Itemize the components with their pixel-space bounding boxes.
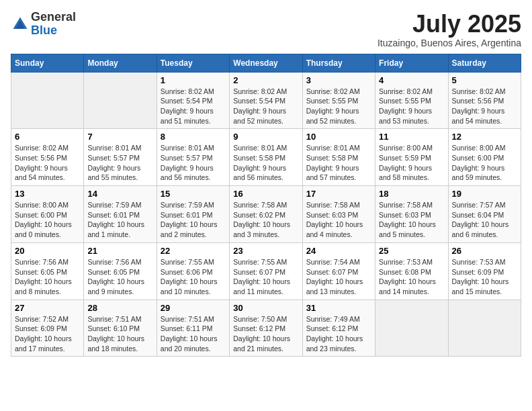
calendar-table: Sunday Monday Tuesday Wednesday Thursday… xyxy=(11,54,521,357)
calendar-cell: 2Sunrise: 8:02 AMSunset: 5:54 PMDaylight… xyxy=(230,72,302,129)
day-info: Sunrise: 7:59 AMSunset: 6:01 PMDaylight:… xyxy=(161,200,226,240)
day-number: 4 xyxy=(379,75,444,85)
calendar-cell: 3Sunrise: 8:02 AMSunset: 5:55 PMDaylight… xyxy=(302,72,375,129)
calendar-cell: 21Sunrise: 7:56 AMSunset: 6:05 PMDayligh… xyxy=(84,242,157,300)
day-info: Sunrise: 8:01 AMSunset: 5:58 PMDaylight:… xyxy=(306,143,371,183)
day-info: Sunrise: 7:52 AMSunset: 6:09 PMDaylight:… xyxy=(15,314,80,354)
day-info: Sunrise: 7:58 AMSunset: 6:03 PMDaylight:… xyxy=(379,200,444,240)
calendar-cell: 30Sunrise: 7:50 AMSunset: 6:12 PMDayligh… xyxy=(230,300,302,357)
calendar-cell xyxy=(84,72,157,129)
calendar-cell: 29Sunrise: 7:51 AMSunset: 6:11 PMDayligh… xyxy=(157,300,229,357)
header-thursday: Thursday xyxy=(302,54,375,72)
day-number: 19 xyxy=(452,189,517,199)
day-number: 27 xyxy=(15,303,80,313)
calendar-cell: 14Sunrise: 7:59 AMSunset: 6:01 PMDayligh… xyxy=(84,186,157,243)
calendar-week-row: 20Sunrise: 7:56 AMSunset: 6:05 PMDayligh… xyxy=(11,242,521,300)
calendar-cell: 28Sunrise: 7:51 AMSunset: 6:10 PMDayligh… xyxy=(84,300,157,357)
day-number: 8 xyxy=(161,132,226,142)
calendar-cell: 4Sunrise: 8:02 AMSunset: 5:55 PMDaylight… xyxy=(375,72,448,129)
day-number: 29 xyxy=(161,303,226,313)
calendar-cell: 10Sunrise: 8:01 AMSunset: 5:58 PMDayligh… xyxy=(302,129,375,186)
day-number: 1 xyxy=(161,75,226,85)
title-section: July 2025 Ituzaingo, Buenos Aires, Argen… xyxy=(378,11,521,48)
calendar-cell: 6Sunrise: 8:02 AMSunset: 5:56 PMDaylight… xyxy=(11,129,84,186)
day-number: 6 xyxy=(15,132,80,142)
calendar-cell: 9Sunrise: 8:01 AMSunset: 5:58 PMDaylight… xyxy=(230,129,302,186)
day-number: 26 xyxy=(452,246,517,256)
calendar-week-row: 6Sunrise: 8:02 AMSunset: 5:56 PMDaylight… xyxy=(11,129,521,186)
day-info: Sunrise: 7:51 AMSunset: 6:10 PMDaylight:… xyxy=(87,314,152,354)
logo-text: General Blue xyxy=(31,11,76,38)
logo-icon xyxy=(11,15,30,34)
day-number: 17 xyxy=(306,189,371,199)
day-number: 20 xyxy=(15,246,80,256)
calendar-cell: 5Sunrise: 8:02 AMSunset: 5:56 PMDaylight… xyxy=(448,72,521,129)
day-number: 7 xyxy=(87,132,152,142)
logo-blue-text: Blue xyxy=(31,24,76,38)
calendar-cell: 20Sunrise: 7:56 AMSunset: 6:05 PMDayligh… xyxy=(11,242,84,300)
calendar-cell: 17Sunrise: 7:58 AMSunset: 6:03 PMDayligh… xyxy=(302,186,375,243)
calendar-week-row: 1Sunrise: 8:02 AMSunset: 5:54 PMDaylight… xyxy=(11,72,521,129)
day-number: 30 xyxy=(233,303,298,313)
day-number: 11 xyxy=(379,132,444,142)
day-number: 13 xyxy=(15,189,80,199)
day-info: Sunrise: 7:55 AMSunset: 6:07 PMDaylight:… xyxy=(233,257,298,297)
logo: General Blue xyxy=(11,11,76,38)
day-info: Sunrise: 7:56 AMSunset: 6:05 PMDaylight:… xyxy=(15,257,80,297)
day-number: 22 xyxy=(161,246,226,256)
calendar-cell: 27Sunrise: 7:52 AMSunset: 6:09 PMDayligh… xyxy=(11,300,84,357)
location-subtitle: Ituzaingo, Buenos Aires, Argentina xyxy=(378,38,521,48)
header-saturday: Saturday xyxy=(448,54,521,72)
day-info: Sunrise: 8:02 AMSunset: 5:56 PMDaylight:… xyxy=(452,87,517,126)
day-number: 31 xyxy=(306,303,371,313)
day-info: Sunrise: 7:49 AMSunset: 6:12 PMDaylight:… xyxy=(306,314,371,354)
calendar-week-row: 27Sunrise: 7:52 AMSunset: 6:09 PMDayligh… xyxy=(11,300,521,357)
calendar-cell: 11Sunrise: 8:00 AMSunset: 5:59 PMDayligh… xyxy=(375,129,448,186)
calendar-cell xyxy=(11,72,84,129)
day-info: Sunrise: 8:02 AMSunset: 5:55 PMDaylight:… xyxy=(379,87,444,126)
calendar-cell: 8Sunrise: 8:01 AMSunset: 5:57 PMDaylight… xyxy=(157,129,229,186)
day-info: Sunrise: 8:02 AMSunset: 5:56 PMDaylight:… xyxy=(15,143,80,183)
day-info: Sunrise: 7:54 AMSunset: 6:07 PMDaylight:… xyxy=(306,257,371,297)
header-friday: Friday xyxy=(375,54,448,72)
day-number: 2 xyxy=(233,75,298,85)
day-number: 9 xyxy=(233,132,298,142)
day-number: 14 xyxy=(87,189,152,199)
day-info: Sunrise: 7:53 AMSunset: 6:08 PMDaylight:… xyxy=(379,257,444,297)
day-number: 25 xyxy=(379,246,444,256)
day-number: 5 xyxy=(452,75,517,85)
day-info: Sunrise: 7:58 AMSunset: 6:03 PMDaylight:… xyxy=(306,200,371,240)
day-info: Sunrise: 8:00 AMSunset: 6:00 PMDaylight:… xyxy=(452,143,517,183)
calendar-cell: 12Sunrise: 8:00 AMSunset: 6:00 PMDayligh… xyxy=(448,129,521,186)
day-number: 16 xyxy=(233,189,298,199)
calendar-cell xyxy=(375,300,448,357)
day-info: Sunrise: 7:53 AMSunset: 6:09 PMDaylight:… xyxy=(452,257,517,297)
calendar-cell: 7Sunrise: 8:01 AMSunset: 5:57 PMDaylight… xyxy=(84,129,157,186)
calendar-header-row: Sunday Monday Tuesday Wednesday Thursday… xyxy=(11,54,521,72)
day-number: 24 xyxy=(306,246,371,256)
day-number: 3 xyxy=(306,75,371,85)
day-info: Sunrise: 7:50 AMSunset: 6:12 PMDaylight:… xyxy=(233,314,298,354)
month-year-title: July 2025 xyxy=(378,11,521,38)
calendar-cell: 19Sunrise: 7:57 AMSunset: 6:04 PMDayligh… xyxy=(448,186,521,243)
calendar-cell: 13Sunrise: 8:00 AMSunset: 6:00 PMDayligh… xyxy=(11,186,84,243)
calendar-cell: 24Sunrise: 7:54 AMSunset: 6:07 PMDayligh… xyxy=(302,242,375,300)
header-wednesday: Wednesday xyxy=(230,54,302,72)
calendar-cell: 18Sunrise: 7:58 AMSunset: 6:03 PMDayligh… xyxy=(375,186,448,243)
day-info: Sunrise: 7:58 AMSunset: 6:02 PMDaylight:… xyxy=(233,200,298,240)
day-info: Sunrise: 7:56 AMSunset: 6:05 PMDaylight:… xyxy=(87,257,152,297)
day-info: Sunrise: 8:02 AMSunset: 5:55 PMDaylight:… xyxy=(306,87,371,126)
calendar-cell xyxy=(448,300,521,357)
day-number: 15 xyxy=(161,189,226,199)
day-number: 10 xyxy=(306,132,371,142)
logo-general-text: General xyxy=(31,11,76,24)
day-number: 12 xyxy=(452,132,517,142)
calendar-cell: 1Sunrise: 8:02 AMSunset: 5:54 PMDaylight… xyxy=(157,72,229,129)
day-info: Sunrise: 8:01 AMSunset: 5:57 PMDaylight:… xyxy=(161,143,226,183)
day-info: Sunrise: 8:00 AMSunset: 5:59 PMDaylight:… xyxy=(379,143,444,183)
day-info: Sunrise: 8:02 AMSunset: 5:54 PMDaylight:… xyxy=(161,87,226,126)
day-info: Sunrise: 8:01 AMSunset: 5:58 PMDaylight:… xyxy=(233,143,298,183)
calendar-week-row: 13Sunrise: 8:00 AMSunset: 6:00 PMDayligh… xyxy=(11,186,521,243)
day-info: Sunrise: 8:00 AMSunset: 6:00 PMDaylight:… xyxy=(15,200,80,240)
page-header: General Blue July 2025 Ituzaingo, Buenos… xyxy=(11,11,521,48)
